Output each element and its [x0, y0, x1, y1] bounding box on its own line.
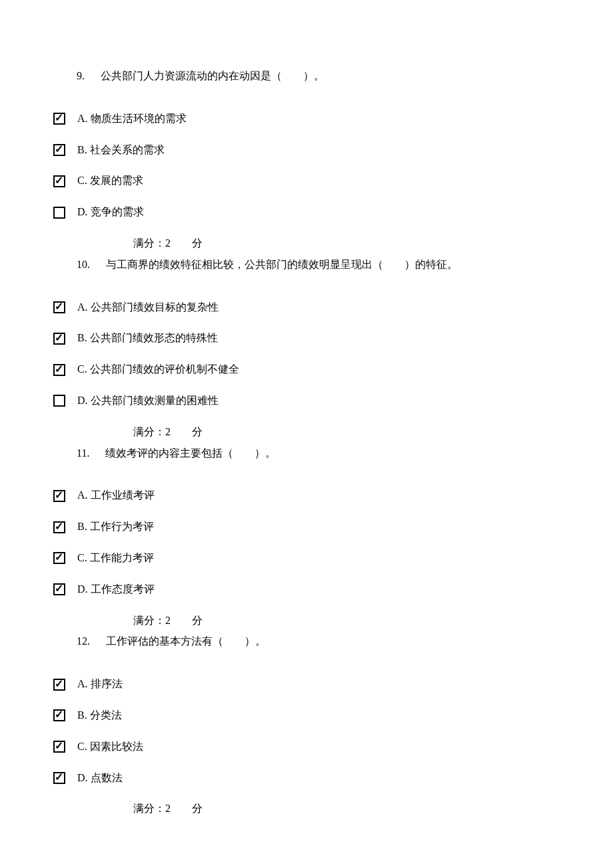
option-text: 分类法 [90, 706, 122, 725]
option-row: C. 因素比较法 [53, 737, 560, 757]
question-text: 工作评估的基本方法有（ ）。 [106, 635, 266, 647]
option-letter: C. [77, 549, 87, 568]
question-block: 9. 公共部门人力资源流动的内在动因是（ ）。 A. 物质生活环境的需求 B. … [53, 67, 560, 253]
question-number: 9. [77, 67, 85, 86]
option-letter: D. [77, 203, 88, 222]
option-row: D. 公共部门绩效测量的困难性 [53, 391, 560, 411]
question-header: 11. 绩效考评的内容主要包括（ ）。 [77, 444, 560, 463]
option-text: 点数法 [91, 769, 123, 788]
option-letter: C. [77, 360, 87, 379]
option-text: 发展的需求 [90, 171, 143, 191]
checkbox-icon[interactable] [53, 583, 65, 595]
score-text: 满分：2 分 [133, 234, 560, 253]
question-header: 12. 工作评估的基本方法有（ ）。 [77, 632, 560, 651]
option-row: C. 公共部门绩效的评价机制不健全 [53, 360, 560, 379]
option-row: B. 工作行为考评 [53, 517, 560, 537]
option-text: 工作态度考评 [91, 580, 155, 599]
option-letter: A. [77, 486, 88, 505]
question-block: 10. 与工商界的绩效特征相比较，公共部门的绩效明显呈现出（ ）的特征。 A. … [53, 255, 560, 442]
option-text: 公共部门绩效测量的困难性 [91, 391, 219, 411]
option-text: 社会关系的需求 [90, 141, 165, 160]
checkbox-icon[interactable] [53, 490, 65, 502]
option-letter: A. [77, 675, 88, 694]
checkbox-icon[interactable] [53, 207, 65, 219]
option-text: 公共部门绩效目标的复杂性 [91, 298, 219, 317]
option-row: C. 发展的需求 [53, 171, 560, 191]
option-row: D. 点数法 [53, 769, 560, 788]
option-text: 物质生活环境的需求 [91, 109, 187, 129]
checkbox-icon[interactable] [53, 113, 65, 125]
score-text: 满分：2 分 [133, 423, 560, 442]
option-letter: A. [77, 298, 88, 317]
option-letter: C. [77, 171, 87, 191]
checkbox-icon[interactable] [53, 301, 65, 313]
question-block: 12. 工作评估的基本方法有（ ）。 A. 排序法 B. 分类法 C. 因素比较… [53, 632, 560, 819]
option-letter: D. [77, 391, 88, 411]
option-row: A. 物质生活环境的需求 [53, 109, 560, 129]
checkbox-icon[interactable] [53, 709, 65, 721]
question-number: 10. [77, 255, 90, 275]
question-header: 10. 与工商界的绩效特征相比较，公共部门的绩效明显呈现出（ ）的特征。 [77, 255, 560, 275]
question-text: 公共部门人力资源流动的内在动因是（ ）。 [101, 70, 324, 81]
option-text: 工作能力考评 [90, 549, 154, 568]
option-text: 排序法 [91, 675, 123, 694]
option-letter: D. [77, 769, 88, 788]
option-row: B. 分类法 [53, 706, 560, 725]
checkbox-icon[interactable] [53, 679, 65, 691]
option-text: 公共部门绩效的评价机制不健全 [90, 360, 239, 379]
option-letter: B. [77, 517, 87, 537]
checkbox-icon[interactable] [53, 144, 65, 156]
question-number: 12. [77, 632, 90, 651]
option-text: 公共部门绩效形态的特殊性 [90, 329, 218, 348]
option-text: 工作业绩考评 [91, 486, 155, 505]
option-text: 因素比较法 [90, 737, 143, 757]
option-row: B. 社会关系的需求 [53, 141, 560, 160]
checkbox-icon[interactable] [53, 364, 65, 376]
question-block: 11. 绩效考评的内容主要包括（ ）。 A. 工作业绩考评 B. 工作行为考评 … [53, 444, 560, 631]
option-letter: B. [77, 706, 87, 725]
option-text: 竞争的需求 [91, 203, 144, 222]
score-text: 满分：2 分 [133, 611, 560, 631]
question-number: 11. [77, 444, 89, 463]
checkbox-icon[interactable] [53, 521, 65, 533]
option-text: 工作行为考评 [90, 517, 154, 537]
option-letter: B. [77, 141, 87, 160]
option-letter: D. [77, 580, 88, 599]
option-row: A. 排序法 [53, 675, 560, 694]
option-row: B. 公共部门绩效形态的特殊性 [53, 329, 560, 348]
checkbox-icon[interactable] [53, 741, 65, 753]
question-header: 9. 公共部门人力资源流动的内在动因是（ ）。 [53, 67, 560, 86]
option-letter: B. [77, 329, 87, 348]
option-row: A. 工作业绩考评 [53, 486, 560, 505]
checkbox-icon[interactable] [53, 552, 65, 564]
option-letter: C. [77, 737, 87, 757]
checkbox-icon[interactable] [53, 333, 65, 345]
option-row: D. 工作态度考评 [53, 580, 560, 599]
option-letter: A. [77, 109, 88, 129]
option-row: D. 竞争的需求 [53, 203, 560, 222]
question-text: 与工商界的绩效特征相比较，公共部门的绩效明显呈现出（ ）的特征。 [106, 259, 458, 270]
question-text: 绩效考评的内容主要包括（ ）。 [105, 447, 276, 459]
option-row: C. 工作能力考评 [53, 549, 560, 568]
option-row: A. 公共部门绩效目标的复杂性 [53, 298, 560, 317]
checkbox-icon[interactable] [53, 395, 65, 407]
checkbox-icon[interactable] [53, 175, 65, 187]
score-text: 满分：2 分 [133, 799, 560, 819]
checkbox-icon[interactable] [53, 772, 65, 784]
